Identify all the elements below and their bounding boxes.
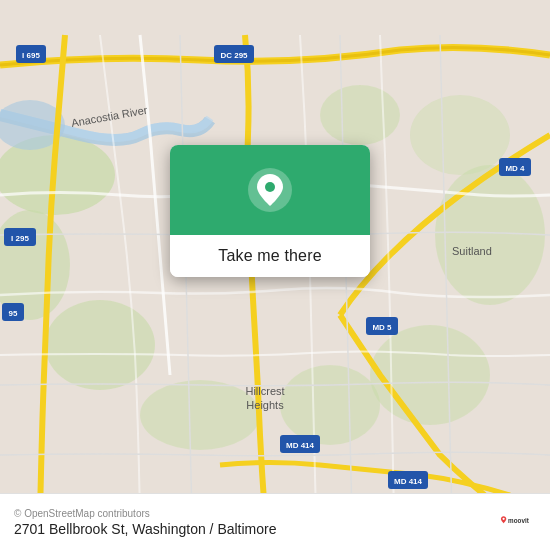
svg-text:MD 5: MD 5 bbox=[372, 323, 392, 332]
svg-text:I 695: I 695 bbox=[22, 51, 40, 60]
bottom-bar: © OpenStreetMap contributors 2701 Bellbr… bbox=[0, 493, 550, 550]
attribution-text: © OpenStreetMap contributors bbox=[14, 508, 277, 519]
popup-green-area bbox=[170, 145, 370, 235]
svg-text:Hillcrest: Hillcrest bbox=[245, 385, 284, 397]
svg-text:Suitland: Suitland bbox=[452, 245, 492, 257]
svg-text:MD 414: MD 414 bbox=[394, 477, 423, 486]
moovit-logo: moovit bbox=[500, 504, 536, 540]
map-container: Anacostia River Suitland Hillcrest Heigh… bbox=[0, 0, 550, 550]
moovit-icon: moovit bbox=[500, 504, 536, 540]
svg-point-5 bbox=[370, 325, 490, 425]
svg-text:Heights: Heights bbox=[246, 399, 284, 411]
take-me-there-button[interactable]: Take me there bbox=[170, 235, 370, 277]
svg-text:I 295: I 295 bbox=[11, 234, 29, 243]
svg-text:MD 4: MD 4 bbox=[505, 164, 525, 173]
location-pin-icon bbox=[246, 166, 294, 214]
popup-card: Take me there bbox=[170, 145, 370, 277]
svg-text:moovit: moovit bbox=[508, 517, 530, 524]
svg-point-7 bbox=[410, 95, 510, 175]
address-text: 2701 Bellbrook St, Washington / Baltimor… bbox=[14, 521, 277, 537]
svg-text:95: 95 bbox=[9, 309, 18, 318]
svg-point-8 bbox=[320, 85, 400, 145]
svg-point-33 bbox=[265, 182, 275, 192]
svg-point-34 bbox=[502, 518, 504, 520]
svg-text:MD 414: MD 414 bbox=[286, 441, 315, 450]
svg-text:DC 295: DC 295 bbox=[220, 51, 248, 60]
svg-point-4 bbox=[280, 365, 380, 445]
bottom-left: © OpenStreetMap contributors 2701 Bellbr… bbox=[14, 508, 277, 537]
svg-point-3 bbox=[140, 380, 260, 450]
svg-point-6 bbox=[435, 165, 545, 305]
svg-point-2 bbox=[45, 300, 155, 390]
